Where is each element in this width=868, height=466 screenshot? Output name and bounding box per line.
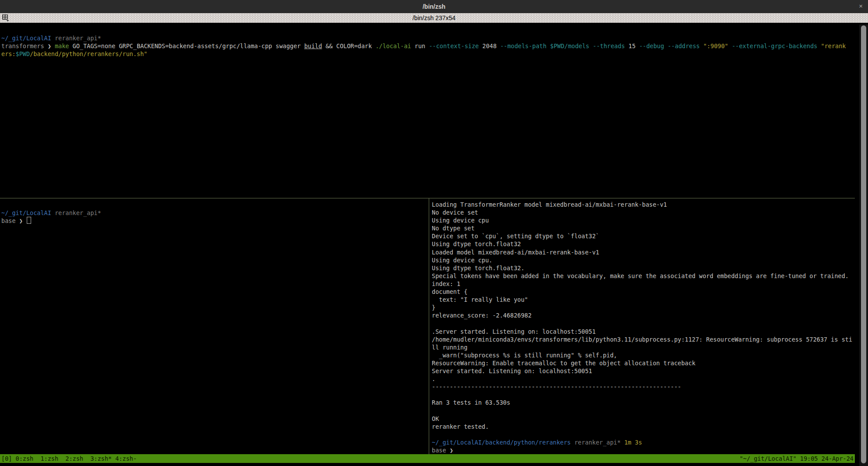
- terminal-text: --context-size: [429, 42, 479, 49]
- terminal-line: relevance_score: -2.46826982: [432, 311, 854, 319]
- terminal-line: Loaded model mixedbread-ai/mxbai-rerank-…: [432, 248, 854, 256]
- layout-grid-icon[interactable]: [2, 14, 10, 23]
- terminal-line: [1, 201, 427, 209]
- terminal-text: [571, 439, 574, 446]
- terminal-text: $PWD: [16, 50, 30, 57]
- terminal-line: index: 1: [432, 280, 854, 288]
- terminal-line: Loading TransformerRanker model mixedbre…: [432, 201, 854, 208]
- terminal-text: text: "I really like you": [432, 296, 528, 303]
- terminal-line: Special tokens have been added in the vo…: [432, 272, 854, 280]
- terminal-text: --threads: [593, 42, 625, 49]
- terminal-line: Ran 3 tests in 63.530s: [432, 399, 854, 406]
- tab-title: /bin/zsh 237x54: [413, 14, 455, 21]
- tmux-status-right: "~/_git/LocalAI" 19:05 24-Apr-24: [740, 455, 854, 462]
- terminal-text: [51, 209, 55, 216]
- terminal-text: 15: [625, 42, 639, 49]
- close-icon[interactable]: ×: [859, 2, 863, 10]
- terminal-text: && COLOR=dark: [322, 42, 376, 49]
- terminal-text: ~/_git/LocalAI: [1, 209, 51, 216]
- terminal-line: Using device cpu: [432, 216, 854, 224]
- terminal-text: ❯: [450, 447, 453, 454]
- scrollbar[interactable]: [859, 25, 868, 466]
- terminal-line: /home/mudler/miniconda3/envs/transformer…: [432, 335, 854, 343]
- window-titlebar[interactable]: /bin/zsh ×: [0, 0, 868, 13]
- terminal-text: make: [55, 42, 69, 49]
- terminal-text: *: [97, 209, 101, 216]
- terminal-text: ResourceWarning: Enable tracemalloc to g…: [432, 360, 695, 367]
- terminal-text: ers:: [1, 50, 16, 57]
- terminal-line: [432, 319, 854, 327]
- pane-bottom-right[interactable]: Loading TransformerRanker model mixedbre…: [432, 201, 854, 454]
- terminal-text: GO_TAGS=none GRPC_BACKENDS=backend-asset…: [69, 42, 304, 49]
- terminal-text: OK: [432, 415, 439, 422]
- tab-bar: /bin/zsh 237x54: [0, 13, 868, 23]
- terminal-text: base: [432, 447, 450, 454]
- terminal-text: _warn("subprocess %s is still running" %…: [432, 352, 617, 359]
- terminal-text: "rerank: [821, 42, 846, 49]
- terminal-line: .: [432, 375, 854, 383]
- terminal-text: Using dtype torch.float32.: [432, 265, 524, 272]
- terminal-text: Server started. Listening on: localhost:…: [432, 367, 592, 374]
- terminal-text: --external-grpc-backends: [732, 42, 817, 49]
- terminal-text: reranker tested.: [432, 423, 489, 430]
- terminal-text: $PWD/models: [550, 42, 589, 49]
- terminal-text: 1m 3s: [624, 439, 642, 446]
- terminal-text: Device set to `cpu`, setting dtype to `f…: [432, 233, 599, 240]
- terminal-line: text: "I really like you": [432, 296, 854, 304]
- tmux-status-bar: [0] 0:zsh 1:zsh 2:zsh 3:zsh* 4:zsh- "~/_…: [0, 454, 855, 463]
- terminal-line: ~/_git/LocalAI reranker_api*: [1, 34, 854, 42]
- terminal-text: reranker_api: [55, 35, 98, 42]
- terminal-line: OK: [432, 415, 854, 423]
- terminal-text: run: [411, 42, 429, 49]
- terminal-text: Loading TransformerRanker model mixedbre…: [432, 201, 667, 208]
- terminal-text: No device set: [432, 209, 478, 216]
- terminal-text: Ran 3 tests in 63.530s: [432, 399, 510, 406]
- pane-border-horizontal[interactable]: [0, 198, 855, 198]
- terminal-text: ❯: [19, 217, 26, 224]
- terminal-text: *: [617, 439, 621, 446]
- terminal-line: ResourceWarning: Enable tracemalloc to g…: [432, 359, 854, 367]
- terminal-text: --debug: [639, 42, 664, 49]
- terminal-text: base: [1, 217, 19, 224]
- terminal-text: Special tokens have been added in the vo…: [432, 272, 849, 279]
- terminal-text: build: [304, 42, 322, 49]
- terminal-line: [432, 406, 854, 414]
- pane-border-vertical[interactable]: [429, 198, 429, 454]
- terminal-text: .: [432, 375, 435, 382]
- terminal-line: ll running: [432, 343, 854, 351]
- terminal-line: transformers ❯ make GO_TAGS=none GRPC_BA…: [1, 42, 854, 50]
- terminal-text: transformers: [1, 42, 48, 49]
- terminal-area[interactable]: ~/_git/LocalAI reranker_api*transformers…: [0, 23, 868, 466]
- tmux-window-list[interactable]: [0] 0:zsh 1:zsh 2:zsh 3:zsh* 4:zsh-: [1, 455, 137, 462]
- pane-bottom-left[interactable]: ~/_git/LocalAI reranker_api*base ❯: [1, 201, 427, 454]
- scrollbar-thumb[interactable]: [861, 25, 866, 463]
- terminal-line: document {: [432, 288, 854, 296]
- terminal-text: relevance_score: -2.46826982: [432, 312, 532, 319]
- terminal-text: }: [432, 304, 435, 311]
- terminal-text: ll running: [432, 344, 467, 351]
- terminal-line: base ❯: [1, 217, 427, 225]
- terminal-text: ":9090": [703, 42, 728, 49]
- terminal-line: No dtype set: [432, 224, 854, 232]
- terminal-text: /home/mudler/miniconda3/envs/transformer…: [432, 336, 852, 343]
- terminal-line: reranker tested.: [432, 423, 854, 431]
- pane-top[interactable]: ~/_git/LocalAI reranker_api*transformers…: [1, 26, 854, 197]
- terminal-text: --address: [668, 42, 700, 49]
- terminal-text: No dtype set: [432, 225, 475, 232]
- terminal-text: [664, 42, 668, 49]
- terminal-text: [621, 439, 624, 446]
- terminal-text: ~/_git/LocalAI/backend/python/rerankers: [432, 439, 571, 446]
- terminal-line: [432, 431, 854, 438]
- terminal-text: --models-path: [500, 42, 547, 49]
- terminal-text: Using device cpu.: [432, 257, 492, 264]
- terminal-text: [547, 42, 550, 49]
- terminal-text: /backend/python/rerankers/run.sh": [30, 50, 147, 57]
- terminal-window: /bin/zsh × /bin/zsh 237x54 ~/_git/LocalA…: [0, 0, 868, 466]
- terminal-line: Using dtype torch.float32.: [432, 264, 854, 272]
- terminal-text: ./local-ai: [375, 42, 411, 49]
- terminal-text: Using dtype torch.float32: [432, 240, 521, 247]
- terminal-line: }: [432, 304, 854, 311]
- terminal-line: .Server started. Listening on: localhost…: [432, 328, 854, 335]
- terminal-line: [1, 26, 854, 34]
- terminal-line: base ❯: [432, 446, 854, 454]
